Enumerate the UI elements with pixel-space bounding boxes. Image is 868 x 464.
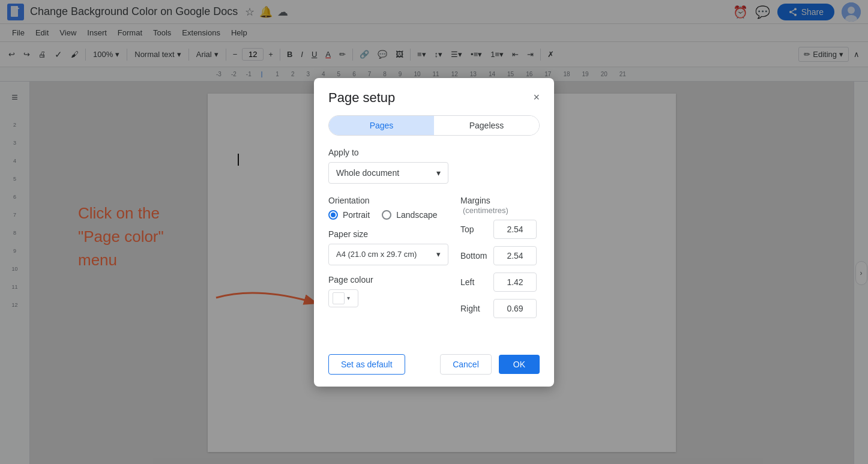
footer-left: Set as default (328, 354, 433, 375)
apply-to-select[interactable]: Whole document ▾ (328, 162, 448, 184)
right-margin-row: Right (460, 299, 540, 318)
margins-label: Margins (centimetres) (460, 196, 540, 215)
tab-pageless[interactable]: Pageless (434, 116, 539, 135)
dialog-tabs: Pages Pageless (328, 115, 540, 136)
paper-size-chevron: ▾ (436, 250, 441, 259)
margins-unit: (centimetres) (463, 206, 508, 215)
margins-label-text: Margins (460, 196, 490, 205)
page-colour-label: Page colour (328, 275, 448, 285)
top-margin-label: Top (460, 224, 493, 234)
left-margin-row: Left (460, 273, 540, 292)
paper-size-value: A4 (21.0 cm x 29.7 cm) (336, 250, 417, 259)
dialog-two-col: Orientation Portrait Landscape Paper siz… (328, 196, 540, 325)
left-margin-label: Left (460, 277, 493, 287)
apply-to-chevron: ▾ (436, 168, 441, 178)
cancel-button[interactable]: Cancel (440, 354, 492, 375)
dialog-left-col: Orientation Portrait Landscape Paper siz… (328, 196, 448, 325)
modal-overlay: Page setup × Pages Pageless Apply to Who… (0, 0, 868, 464)
dialog-body: Apply to Whole document ▾ Orientation Po… (314, 148, 554, 347)
ok-button[interactable]: OK (499, 355, 540, 374)
left-margin-input[interactable] (493, 273, 537, 292)
top-margin-row: Top (460, 220, 540, 239)
portrait-radio-group[interactable]: Portrait (328, 210, 370, 220)
bottom-margin-label: Bottom (460, 251, 493, 261)
portrait-radio[interactable] (328, 210, 338, 220)
tab-pages[interactable]: Pages (329, 116, 434, 135)
bottom-margin-row: Bottom (460, 246, 540, 265)
right-margin-label: Right (460, 304, 493, 313)
colour-swatch (333, 292, 345, 304)
orientation-row: Portrait Landscape (328, 210, 448, 220)
paper-size-select[interactable]: A4 (21.0 cm x 29.7 cm) ▾ (328, 244, 448, 265)
apply-to-label: Apply to (328, 148, 540, 157)
colour-dropdown-arrow: ▾ (347, 295, 350, 301)
page-setup-dialog: Page setup × Pages Pageless Apply to Who… (314, 78, 554, 387)
paper-size-label: Paper size (328, 229, 448, 239)
set-default-button[interactable]: Set as default (328, 354, 405, 375)
dialog-right-col: Margins (centimetres) Top Bottom (448, 196, 540, 325)
top-margin-input[interactable] (493, 220, 537, 239)
dialog-footer: Set as default Cancel OK (314, 347, 554, 387)
landscape-radio-group[interactable]: Landscape (382, 210, 438, 220)
landscape-radio[interactable] (382, 210, 391, 220)
apply-to-value: Whole document (336, 168, 399, 178)
orientation-label: Orientation (328, 196, 448, 205)
page-colour-button[interactable]: ▾ (328, 289, 358, 307)
dialog-header: Page setup × (314, 78, 554, 115)
dialog-title: Page setup (328, 90, 395, 106)
dialog-close-button[interactable]: × (533, 91, 540, 104)
right-margin-input[interactable] (493, 299, 537, 318)
bottom-margin-input[interactable] (493, 246, 537, 265)
landscape-label: Landscape (396, 210, 438, 220)
portrait-label: Portrait (343, 210, 370, 220)
